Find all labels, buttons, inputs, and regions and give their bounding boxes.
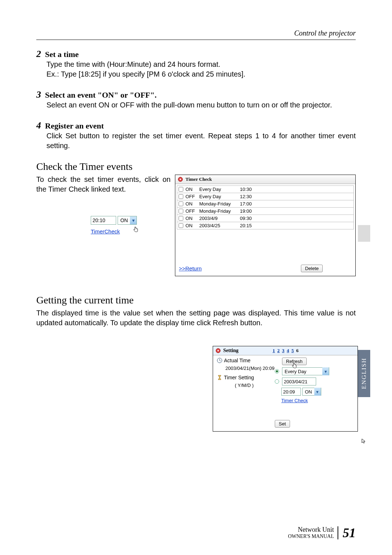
ymd-label: ( Y/M/D ) bbox=[235, 383, 275, 388]
timer-event-row: ON2003/4/909:30 bbox=[177, 215, 354, 222]
page-link-6[interactable]: 6 bbox=[296, 348, 299, 353]
current-time-body: The displayed time is the value set when… bbox=[36, 308, 356, 328]
page-number: 51 bbox=[343, 526, 356, 540]
timer-setting-label: Timer Setting bbox=[224, 375, 254, 380]
state-select[interactable]: ON▾ bbox=[118, 216, 137, 225]
timer-event-row: OFFEvery Day12:30 bbox=[177, 193, 354, 200]
row-schedule: Monday-Friday bbox=[199, 201, 240, 207]
row-time: 17:00 bbox=[240, 201, 258, 207]
check-heading: Check the Timer events bbox=[36, 161, 356, 172]
step-2: 2Set a time Type the time with (Hour:Min… bbox=[36, 49, 356, 79]
check-intro: To check the set timer events, click on … bbox=[36, 175, 171, 194]
page-link-5[interactable]: 5 bbox=[291, 348, 294, 353]
footer-line2: OWNER'S MANUAL bbox=[288, 534, 334, 539]
step-body: Type the time with (Hour:Minute) and 24 … bbox=[46, 60, 356, 79]
set-button[interactable]: Set bbox=[275, 420, 290, 428]
timer-check-link[interactable]: TimerCheck bbox=[91, 228, 120, 234]
row-state: ON bbox=[185, 201, 199, 207]
panel-title-text: Timer Check bbox=[185, 176, 212, 182]
gear-icon bbox=[215, 348, 221, 354]
radio-date[interactable] bbox=[275, 379, 279, 384]
page-link-1[interactable]: 1 bbox=[273, 348, 275, 353]
row-time: 09:30 bbox=[240, 216, 258, 221]
date-input[interactable] bbox=[282, 378, 316, 385]
gear-icon bbox=[177, 176, 183, 182]
radio-every-day[interactable] bbox=[275, 369, 279, 374]
step-title: Select an event "ON" or "OFF". bbox=[45, 90, 157, 99]
step-number: 2 bbox=[36, 49, 45, 60]
row-schedule: Monday-Friday bbox=[199, 208, 240, 214]
timer-event-row: OFFMonday-Friday19:00 bbox=[177, 207, 354, 215]
side-gray-stub bbox=[358, 225, 370, 242]
row-schedule: Every Day bbox=[199, 187, 240, 192]
timer-input-example: ON▾ TimerCheck bbox=[91, 216, 171, 235]
every-day-select[interactable]: Every Day▾ bbox=[282, 367, 329, 375]
svg-point-3 bbox=[217, 350, 219, 351]
timer-check-link[interactable]: Timer Check bbox=[281, 398, 308, 403]
svg-point-1 bbox=[180, 179, 181, 180]
row-time: 20:15 bbox=[240, 223, 258, 228]
step-title: Set a time bbox=[45, 50, 79, 59]
page-link-3[interactable]: 3 bbox=[282, 348, 285, 353]
chevron-down-icon[interactable]: ▾ bbox=[130, 216, 136, 224]
row-checkbox[interactable] bbox=[179, 187, 183, 192]
actual-time-value: 2003/04/21(Mon) 20:09 bbox=[225, 366, 275, 371]
panel-title-text: Setting bbox=[223, 348, 270, 354]
page-section-header: Control the projector bbox=[36, 29, 356, 40]
timer-check-title: Timer Check bbox=[175, 175, 355, 184]
state-value: ON bbox=[303, 389, 314, 395]
step-body: Click Set button to register the set tim… bbox=[46, 131, 356, 151]
row-schedule: 2003/4/9 bbox=[199, 216, 240, 221]
row-time: 12:30 bbox=[240, 194, 258, 199]
actual-time-label: Actual Time bbox=[224, 358, 250, 363]
step-body: Select an event ON or OFF with the pull-… bbox=[46, 100, 356, 110]
page-link-2[interactable]: 2 bbox=[277, 348, 280, 353]
setting-panel: Setting 1 2 3 4 5 6 Actual Time 2003/04/… bbox=[213, 346, 358, 432]
state-select[interactable]: ON▾ bbox=[302, 388, 321, 396]
timer-event-row: ONEvery Day10:30 bbox=[177, 185, 354, 193]
timer-event-row: ON2003/4/2520:15 bbox=[177, 222, 354, 229]
step-4: 4Register an event Click Set button to r… bbox=[36, 120, 356, 151]
clock-icon bbox=[217, 358, 222, 363]
timer-event-row: ONMonday-Friday17:00 bbox=[177, 200, 354, 208]
chevron-down-icon[interactable]: ▾ bbox=[314, 388, 321, 396]
chevron-down-icon[interactable]: ▾ bbox=[322, 367, 329, 375]
step-number: 4 bbox=[36, 120, 45, 131]
step-title: Register an event bbox=[45, 121, 104, 130]
timer-check-panel: Timer Check ONEvery Day10:30OFFEvery Day… bbox=[175, 175, 356, 276]
setting-panel-title: Setting 1 2 3 4 5 6 bbox=[213, 346, 358, 355]
delete-button[interactable]: Delete bbox=[301, 265, 323, 272]
row-state: OFF bbox=[185, 208, 199, 214]
current-time-heading: Getting the current time bbox=[36, 294, 356, 306]
return-link[interactable]: >>Return bbox=[179, 265, 202, 272]
row-schedule: Every Day bbox=[199, 194, 240, 199]
page-link-4[interactable]: 4 bbox=[287, 348, 289, 353]
timer-setting-row: Timer Setting bbox=[217, 375, 275, 380]
step-number: 3 bbox=[36, 89, 45, 100]
row-state: ON bbox=[185, 223, 199, 228]
row-checkbox[interactable] bbox=[179, 201, 183, 206]
row-state: OFF bbox=[185, 194, 199, 199]
row-checkbox[interactable] bbox=[179, 223, 183, 228]
row-time: 10:30 bbox=[240, 187, 258, 192]
step-3: 3Select an event "ON" or "OFF". Select a… bbox=[36, 89, 356, 110]
footer-line1: Network Unit bbox=[298, 526, 334, 533]
row-checkbox[interactable] bbox=[179, 216, 183, 221]
row-state: ON bbox=[185, 187, 199, 192]
page-links: 1 2 3 4 5 6 bbox=[273, 348, 300, 354]
row-state: ON bbox=[185, 216, 199, 221]
actual-time-row: Actual Time bbox=[217, 358, 275, 363]
time-input[interactable] bbox=[281, 388, 301, 396]
hourglass-icon bbox=[217, 375, 222, 380]
row-time: 19:00 bbox=[240, 208, 258, 214]
row-checkbox[interactable] bbox=[179, 209, 183, 213]
row-checkbox[interactable] bbox=[179, 194, 183, 199]
row-schedule: 2003/4/25 bbox=[199, 223, 240, 228]
page-footer: Network Unit OWNER'S MANUAL 51 bbox=[288, 525, 356, 540]
state-select-value: ON bbox=[118, 217, 130, 223]
time-input[interactable] bbox=[91, 216, 116, 225]
language-tab: ENGLISH bbox=[358, 350, 370, 397]
